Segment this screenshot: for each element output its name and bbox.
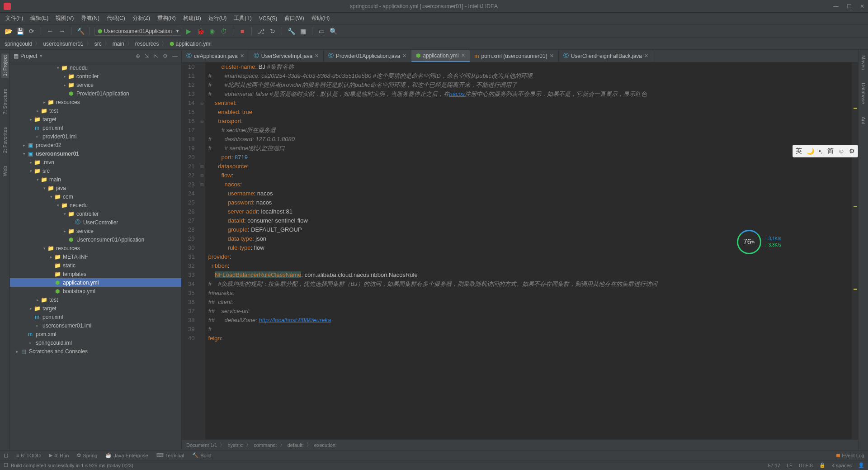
expand-arrow-icon[interactable]: ▸ [14,349,20,354]
left-tool-tab[interactable]: 1: Project [1,53,9,78]
tree-row[interactable]: ▫provider01.iml [10,132,181,141]
indent-setting[interactable]: 4 spaces [832,463,852,468]
expand-arrow-icon[interactable]: ▾ [21,152,27,156]
expand-arrow-icon[interactable]: ▾ [55,66,61,70]
tree-row[interactable]: ▾▣userconsumer01 [10,149,181,158]
cursor-position[interactable]: 57:17 [768,463,780,468]
gear-icon[interactable]: ⚙ [163,53,168,59]
tree-row[interactable]: ⬢bootstrap.yml [10,287,181,295]
breadcrumb-item[interactable]: springcould [5,41,32,47]
expand-arrow-icon[interactable]: ▸ [62,229,67,233]
open-icon[interactable]: 📂 [4,27,13,36]
menu-item[interactable]: 视图(V) [52,14,77,22]
project-structure-icon[interactable]: ▦ [298,27,307,36]
expand-icon[interactable]: ⇲ [145,53,149,59]
run-config-selector[interactable]: ⬢ Userconsumer01Application [94,27,181,36]
expand-arrow-icon[interactable]: ▸ [35,109,40,113]
tree-row[interactable]: ⬢Userconsumer01Application [10,235,181,244]
expand-arrow-icon[interactable]: ▸ [48,255,54,259]
run-icon[interactable]: ▶ [184,27,193,36]
minimize-icon[interactable]: — [833,3,839,9]
tree-row[interactable]: ▫springcould.iml [10,338,181,347]
expand-arrow-icon[interactable]: ▸ [21,143,27,147]
breadcrumb-item[interactable]: resources [135,41,159,47]
tree-row[interactable]: 📁templates [10,270,181,278]
right-tool-tab[interactable]: Ant [860,115,867,126]
ime-button[interactable]: 英 [796,147,802,155]
vcs-icon[interactable]: ⎇ [256,27,265,36]
menu-item[interactable]: 代码(C) [103,14,129,22]
breadcrumb-item[interactable]: src [94,41,102,47]
maximize-icon[interactable]: ☐ [847,3,852,9]
close-tab-icon[interactable]: ✕ [402,53,406,59]
tree-row[interactable]: ▫userconsumer01.iml [10,321,181,330]
right-tool-tab[interactable]: Maven [860,53,867,72]
back-icon[interactable]: ← [46,27,55,36]
close-icon[interactable]: ✕ [860,3,864,9]
menu-item[interactable]: 窗口(W) [281,14,307,22]
expand-arrow-icon[interactable]: ▸ [62,74,67,79]
tree-row[interactable]: ⬢Provider01Application [10,89,181,98]
project-panel-title[interactable]: ▤ Project ▼ [14,53,136,59]
tree-row[interactable]: ▸📁target [10,304,181,313]
tree-row[interactable]: ▸📁service [10,81,181,89]
tree-row[interactable]: ▸📁service [10,227,181,235]
menu-item[interactable]: 分析(Z) [129,14,154,22]
sdk-icon[interactable]: ▭ [317,27,326,36]
menu-item[interactable]: 构建(B) [179,14,205,22]
expand-arrow-icon[interactable]: ▾ [28,169,33,173]
inspection-icon[interactable]: 👤 [858,462,864,468]
menu-item[interactable]: 导航(N) [77,14,103,22]
error-stripe[interactable] [852,62,858,439]
collapse-icon[interactable]: ⇱ [154,53,158,59]
left-tool-tab[interactable]: Web [1,164,9,178]
locate-icon[interactable]: ⊕ [136,53,140,59]
tree-row[interactable]: ▸📁test [10,106,181,115]
ime-button[interactable]: ☺ [838,147,844,155]
expand-arrow-icon[interactable]: ▸ [35,298,40,302]
stop-icon[interactable]: ■ [238,27,247,36]
close-tab-icon[interactable]: ✕ [644,53,648,59]
editor-tab[interactable]: ⒸProvider01Application.java✕ [324,50,411,62]
tree-row[interactable]: ▸📁target [10,115,181,123]
editor-tab[interactable]: mpom.xml (userconsumer01)✕ [470,50,559,62]
tree-row[interactable]: ▸📁controller [10,72,181,81]
tree-row[interactable]: ▾📁controller [10,209,181,218]
show-tool-windows-icon[interactable]: ▢ [4,452,8,458]
menu-item[interactable]: VCS(S) [255,15,281,22]
sync-icon[interactable]: ⟳ [27,27,36,36]
editor-crumb[interactable]: execution: [314,442,337,448]
ime-button[interactable]: 简 [827,147,834,155]
debug-icon[interactable]: 🐞 [196,27,205,36]
close-tab-icon[interactable]: ✕ [240,53,244,59]
tree-row[interactable]: ▾📁com [10,192,181,201]
close-tab-icon[interactable]: ✕ [550,53,554,59]
breadcrumb-item[interactable]: userconsumer01 [43,41,83,47]
expand-arrow-icon[interactable]: ▸ [28,306,33,311]
ime-button[interactable]: ⚙ [849,147,855,155]
tree-row[interactable]: 📁static [10,261,181,270]
tree-row[interactable]: ▸📁.mvn [10,158,181,166]
tree-row[interactable]: ▸📁META-INF [10,252,181,261]
menu-item[interactable]: 帮助(H) [308,14,334,22]
expand-arrow-icon[interactable]: ▸ [42,100,47,104]
update-icon[interactable]: ↻ [268,27,277,36]
menu-item[interactable]: 编辑(E) [27,14,52,22]
ime-toolbar[interactable]: 英🌙•,简☺⚙ [793,145,858,157]
editor-tab[interactable]: ⬢application.yml✕ [411,50,470,62]
hide-icon[interactable]: — [172,53,178,59]
menu-item[interactable]: 文件(F) [2,14,27,22]
expand-arrow-icon[interactable]: ▾ [48,195,54,199]
expand-arrow-icon[interactable]: ▾ [55,203,61,208]
tree-row[interactable]: ⒸUserController [10,218,181,227]
line-separator[interactable]: LF [787,463,793,468]
file-encoding[interactable]: UTF-8 [799,463,813,468]
tree-row[interactable]: ▾📁neuedu [10,63,181,72]
bottom-tool-tab[interactable]: ⌨Terminal [156,452,184,458]
bottom-tool-tab[interactable]: 🔨Build [192,452,211,458]
ime-button[interactable]: •, [819,147,823,155]
forward-icon[interactable]: → [57,27,66,36]
breadcrumb-item[interactable]: main [113,41,124,47]
editor-tab[interactable]: ⒸUserServiceImpl.java✕ [249,50,324,62]
editor-crumb[interactable]: Document 1/1 [186,442,217,448]
